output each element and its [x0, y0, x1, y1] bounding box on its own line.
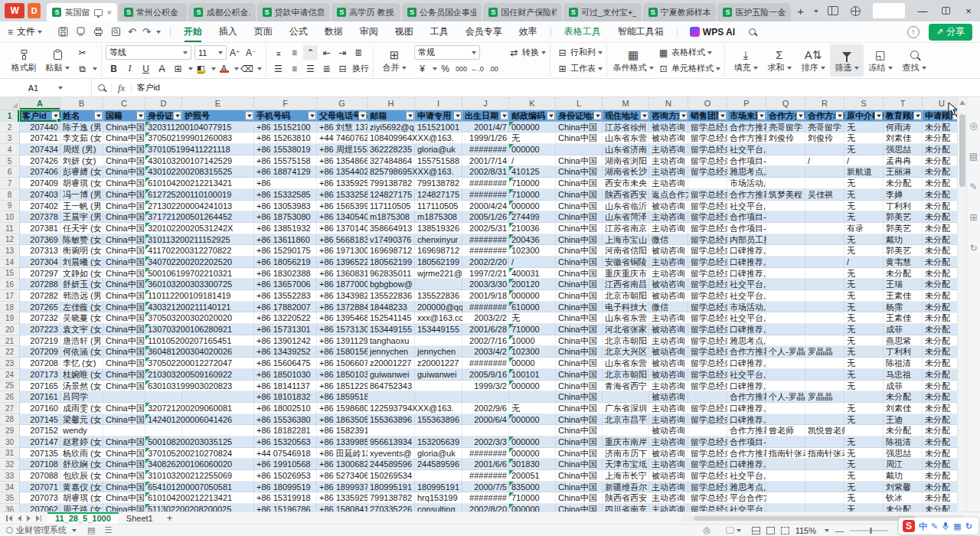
header-cell-K1[interactable]: 邮政编码: [509, 110, 556, 122]
cell-L16[interactable]: China中国: [556, 279, 603, 290]
cell-S26[interactable]: [844, 391, 884, 403]
cell-C22[interactable]: China中国: [103, 346, 145, 358]
cell-O28[interactable]: 留学总经办: [688, 414, 727, 426]
sort-button[interactable]: A⇅ 排序: [796, 44, 830, 77]
save-icon[interactable]: [58, 27, 68, 37]
cell-U4[interactable]: 未分配: [923, 144, 957, 155]
tab-smart-toolbox[interactable]: 智能工具箱: [609, 21, 672, 43]
row-header-12[interactable]: 12: [0, 234, 20, 246]
row-header-5[interactable]: 5: [0, 155, 20, 167]
cell-K6[interactable]: 410125: [509, 166, 556, 178]
cell-R25[interactable]: [805, 381, 844, 392]
cell-F5[interactable]: +86 15575158: [254, 155, 317, 167]
cell-I12[interactable]: chenxinyur: [415, 234, 462, 246]
cell-P34[interactable]: 雅思考点,: [727, 482, 766, 493]
cell-Q10[interactable]: [766, 211, 805, 223]
column-header-F[interactable]: F: [254, 97, 317, 109]
cell-H14[interactable]: 180562199: [368, 257, 415, 268]
filter-dropdown-icon[interactable]: [796, 112, 805, 120]
cell-F6[interactable]: +86 18874129: [254, 166, 317, 178]
cell-J9[interactable]: 2000/4/24: [462, 201, 509, 212]
cell-D19[interactable]: 370503200302020020: [145, 312, 182, 324]
cell-S7[interactable]: 无: [844, 178, 884, 189]
header-cell-S1[interactable]: 原中介机构: [844, 110, 884, 122]
cell-P24[interactable]: 社交平台,: [727, 369, 766, 381]
cell-O25[interactable]: 留学总经办: [688, 381, 727, 392]
cell-J26[interactable]: [462, 391, 509, 403]
bold-button[interactable]: B: [106, 61, 121, 76]
cell-C29[interactable]: [103, 425, 145, 436]
cell-L33[interactable]: China中国: [556, 470, 603, 482]
row-header-11[interactable]: 11: [0, 223, 20, 234]
table-style-icon[interactable]: ▦: [656, 45, 671, 60]
cell-G28[interactable]: +86 18635050001: [317, 414, 368, 426]
cell-C18[interactable]: China中国: [103, 302, 145, 313]
cell-U34[interactable]: 未分配: [923, 482, 957, 493]
cell-U14[interactable]: 未分配: [923, 257, 957, 268]
cell-S16[interactable]: 无: [844, 279, 884, 290]
header-cell-O1[interactable]: 销售团队: [688, 110, 727, 122]
cell-L24[interactable]: China中国: [556, 369, 603, 381]
cell-I34[interactable]: 180995191: [415, 482, 462, 493]
cell-G23[interactable]: +86 15066073863: [317, 358, 368, 369]
cell-L21[interactable]: China中国: [556, 335, 603, 347]
cell-J36[interactable]: 2002/8/20: [462, 504, 509, 511]
cell-R21[interactable]: [805, 335, 844, 347]
cell-I7[interactable]: 799138782: [415, 178, 462, 189]
cell-I10[interactable]: m1875308: [415, 211, 462, 223]
cell-B35[interactable]: 胡睿琪 (女: [60, 492, 103, 504]
cell-O30[interactable]: 留学总经办: [688, 436, 727, 448]
cell-M12[interactable]: 上海市宝山: [603, 234, 649, 246]
cell-J17[interactable]: 2001/9/18: [462, 290, 509, 302]
cell-U3[interactable]: 未分配: [923, 132, 957, 144]
document-tab[interactable]: S公务员国企事业单位: [402, 3, 482, 21]
cell-N30[interactable]: 主动咨询: [649, 436, 688, 448]
cell-B22[interactable]: 何依涵 (女: [60, 346, 103, 358]
freeze-button[interactable]: ◱ 冻结: [864, 44, 897, 77]
cell-F29[interactable]: +86 18182281: [254, 425, 317, 436]
cell-G13[interactable]: +86 19713008907: [317, 245, 368, 257]
cell-R23[interactable]: [805, 358, 844, 369]
cell-F33[interactable]: +86 15026953: [254, 470, 317, 482]
ime-keyboard-icon[interactable]: ▦: [953, 521, 961, 531]
cell-M22[interactable]: 北京大兴区: [603, 346, 649, 358]
cell-K3[interactable]: 无: [509, 132, 556, 144]
cell-F16[interactable]: +86 13657006: [254, 279, 317, 290]
cell-B20[interactable]: 袁文宇 (女: [60, 324, 103, 335]
cell-Q22[interactable]: 个人-罗晶: [766, 346, 805, 358]
rows-cols-button[interactable]: 行和列: [570, 47, 596, 58]
cell-O5[interactable]: 留学总经办: [688, 155, 727, 167]
outline-panel-icon[interactable]: ▤: [969, 151, 978, 162]
cell-C35[interactable]: China中国: [103, 492, 145, 504]
cell-O23[interactable]: 留学总经办: [688, 358, 727, 369]
cell-B13[interactable]: 衡琬明 (女: [60, 245, 103, 257]
header-cell-H1[interactable]: 邮箱: [368, 110, 415, 122]
cell-K25[interactable]: 000000: [509, 381, 556, 392]
cell-S35[interactable]: 无: [844, 492, 884, 504]
cell-T8[interactable]: 李婵: [884, 189, 923, 201]
upload-cloud-icon[interactable]: ↑: [907, 26, 920, 38]
cell-S33[interactable]: 无: [844, 470, 884, 482]
align-right-icon[interactable]: ☰: [303, 61, 318, 76]
cell-U36[interactable]: 未分配: [923, 504, 957, 511]
cell-T23[interactable]: 陈祖清: [884, 358, 923, 369]
ime-mic-icon[interactable]: [942, 521, 949, 531]
cell-A35[interactable]: 207073: [20, 492, 60, 504]
first-sheet-button[interactable]: [6, 515, 12, 521]
cell-S34[interactable]: 无: [844, 482, 884, 493]
menu-item-开始[interactable]: 开始: [175, 21, 211, 43]
cell-A22[interactable]: 207209: [20, 346, 60, 358]
cell-H15[interactable]: 962835011: [368, 268, 415, 279]
cell-G20[interactable]: +86 15731301693: [317, 324, 368, 335]
cell-K15[interactable]: 400031: [509, 268, 556, 279]
cell-L34[interactable]: China中国: [556, 482, 603, 493]
cell-Q21[interactable]: [766, 335, 805, 347]
cell-A9[interactable]: 207402: [20, 201, 60, 212]
cell-U5[interactable]: 未分配: [923, 155, 957, 167]
cell-Q20[interactable]: [766, 324, 805, 335]
cell-G7[interactable]: +86 13359257067: [317, 178, 368, 189]
cell-P29[interactable]: 合作方推荐: [727, 425, 766, 436]
cell-G15[interactable]: +86 13608312769: [317, 268, 368, 279]
cell-J22[interactable]: 2003/4/2: [462, 346, 509, 358]
cell-M11[interactable]: 江苏省南京: [603, 223, 649, 234]
